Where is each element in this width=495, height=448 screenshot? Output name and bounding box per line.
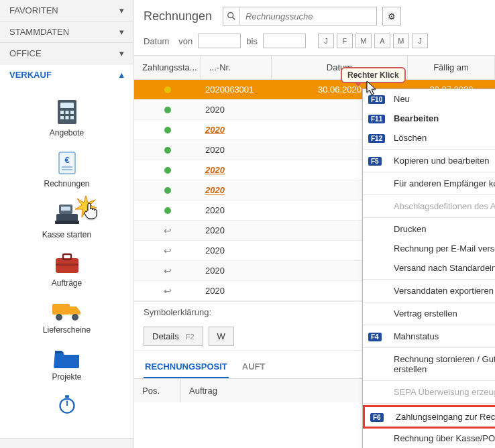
sidebar: FAVORITEN▾ STAMMDATEN▾ OFFICE▾ VERKAUF▴ … (0, 0, 134, 448)
cash-register-icon (27, 201, 107, 227)
context-menu-item: SEPA Überweisung erzeugen (363, 382, 495, 402)
status-dot-icon (164, 127, 171, 133)
sidebar-item-rechnungen[interactable]: € Rechnungen (27, 150, 107, 188)
calculator-icon (27, 99, 107, 125)
page-title: Rechnungen (144, 9, 212, 23)
sidebar-item-label: Kasse starten (27, 230, 107, 239)
status-dot-icon (164, 147, 171, 154)
context-menu-item[interactable]: Rechnung per E-Mail versenden (363, 239, 495, 258)
status-dot-icon (164, 167, 171, 174)
context-menu-item[interactable]: Versanddaten exportieren (363, 281, 495, 300)
svg-line-26 (233, 17, 235, 20)
context-menu-item[interactable]: F11BearbeitenF11 (363, 109, 495, 128)
context-menu: F10NeuF10F11BearbeitenF11F12LöschenF12F5… (362, 89, 495, 448)
context-menu-item[interactable]: F5Kopieren und bearbeitenF5 (363, 151, 495, 170)
chevron-up-icon: ▴ (119, 70, 124, 80)
month-button[interactable]: J (318, 34, 334, 48)
date-from-input[interactable] (198, 34, 241, 48)
fkey-badge: F4 (368, 333, 382, 341)
month-button[interactable]: A (374, 34, 390, 48)
month-button[interactable]: J (412, 34, 428, 48)
context-menu-item[interactable]: F10NeuF10 (363, 89, 495, 109)
details-button[interactable]: DetailsF2 (144, 327, 203, 346)
tooltip-rechter-klick: Rechter Klick (341, 67, 406, 83)
arrow-icon: ↩ (164, 286, 172, 296)
search-icon[interactable] (223, 7, 240, 25)
month-button[interactable]: F (337, 34, 353, 48)
svg-rect-14 (61, 207, 70, 211)
filter-bar: Datum von bis JFMAMJ (134, 30, 495, 55)
context-menu-item[interactable]: F4MahnstatusF4 (363, 327, 495, 346)
invoice-icon: € (27, 150, 107, 176)
col-nr: ...-Nr. (201, 56, 272, 79)
settings-button[interactable]: ⚙ (382, 7, 401, 25)
chevron-down-icon: ▾ (119, 48, 124, 58)
month-button[interactable]: M (355, 34, 372, 48)
context-menu-item[interactable]: Versand nach Standardeinstellung (363, 258, 495, 278)
w-button[interactable]: W (209, 327, 234, 346)
col-faellig: Fällig am (408, 56, 495, 79)
svg-point-20 (56, 314, 62, 321)
arrow-icon: ↩ (164, 266, 172, 276)
month-button[interactable]: M (393, 34, 409, 48)
context-menu-item[interactable]: Rechnung über Kasse/POS bezahlen (363, 429, 495, 448)
svg-rect-7 (70, 116, 74, 119)
sidebar-item-lieferscheine[interactable]: Lieferscheine (27, 300, 107, 335)
context-menu-item[interactable]: Rechnung stornieren / Gutschrift zur Rec… (363, 349, 495, 379)
col-zahlungsstatus: Zahlungssta... (134, 56, 201, 79)
sidebar-group-favoriten[interactable]: FAVORITEN▾ (0, 0, 133, 21)
sidebar-item-timer[interactable] (27, 394, 107, 414)
sidebar-group-verkauf[interactable]: VERKAUF▴ (0, 64, 133, 85)
fkey-badge: F6 (370, 413, 384, 422)
context-menu-item[interactable]: Für anderen Empfänger kopieren (363, 174, 495, 193)
gear-icon: ⚙ (388, 11, 396, 21)
date-to-input[interactable] (263, 34, 306, 48)
truck-icon (27, 300, 107, 323)
filter-label-von: von (178, 36, 192, 46)
svg-text:€: € (64, 155, 69, 165)
sidebar-item-angebote[interactable]: Angebote (27, 99, 107, 137)
svg-rect-15 (55, 221, 79, 224)
context-menu-item[interactable]: Vertrag erstellen (363, 304, 495, 323)
svg-rect-19 (52, 304, 70, 315)
sidebar-group-stammdaten[interactable]: STAMMDATEN▾ (0, 21, 133, 42)
context-menu-item[interactable]: F6Zahlungseingang zur Rechnung hinterleg… (363, 405, 495, 429)
status-dot-icon (164, 107, 171, 113)
svg-rect-18 (56, 264, 78, 266)
table-header: Zahlungssta... ...-Nr. Datum Fällig am (134, 55, 495, 80)
stopwatch-icon (27, 394, 107, 414)
tab-rechnungsposition[interactable]: RECHNUNGSPOSIT (144, 357, 229, 378)
sidebar-group-office[interactable]: OFFICE▾ (0, 43, 133, 64)
context-menu-item[interactable]: F12LöschenF12 (363, 128, 495, 148)
arrow-icon: ↩ (164, 245, 172, 256)
main: Rechnungen ⚙ Datum von bis JFMAMJ Zahlun… (134, 0, 495, 448)
sidebar-item-auftraege[interactable]: Aufträge (27, 251, 107, 288)
filter-label-bis: bis (246, 36, 258, 46)
context-menu-item[interactable]: Drucken▶ (363, 219, 495, 239)
tab-auftrag[interactable]: AUFT (241, 357, 267, 378)
svg-rect-23 (65, 395, 69, 398)
svg-point-25 (228, 13, 233, 18)
svg-rect-4 (70, 111, 74, 114)
sidebar-item-label: Lieferscheine (27, 325, 107, 335)
svg-rect-1 (60, 103, 74, 108)
sidebar-item-label: Aufträge (27, 278, 107, 288)
context-menu-item: Abschlagsdefitionen des Auftrags (363, 197, 495, 216)
search-input[interactable] (223, 7, 377, 25)
folder-icon (27, 347, 107, 370)
status-dot-icon (164, 87, 171, 93)
fkey-badge: F5 (368, 157, 382, 166)
svg-rect-5 (60, 116, 64, 119)
sidebar-item-label: Angebote (27, 128, 107, 137)
svg-rect-2 (60, 111, 64, 114)
svg-rect-17 (63, 254, 71, 260)
briefcase-icon (27, 251, 107, 276)
sidebar-item-kasse[interactable]: Kasse starten (27, 201, 107, 239)
sidebar-item-projekte[interactable]: Projekte (27, 347, 107, 382)
chevron-down-icon: ▾ (119, 27, 124, 37)
chevron-down-icon: ▾ (119, 5, 124, 15)
sidebar-item-label: Projekte (27, 372, 107, 382)
subcol-pos: Pos. (134, 379, 181, 402)
sidebar-item-label: Rechnungen (27, 179, 107, 188)
status-dot-icon (164, 187, 171, 194)
